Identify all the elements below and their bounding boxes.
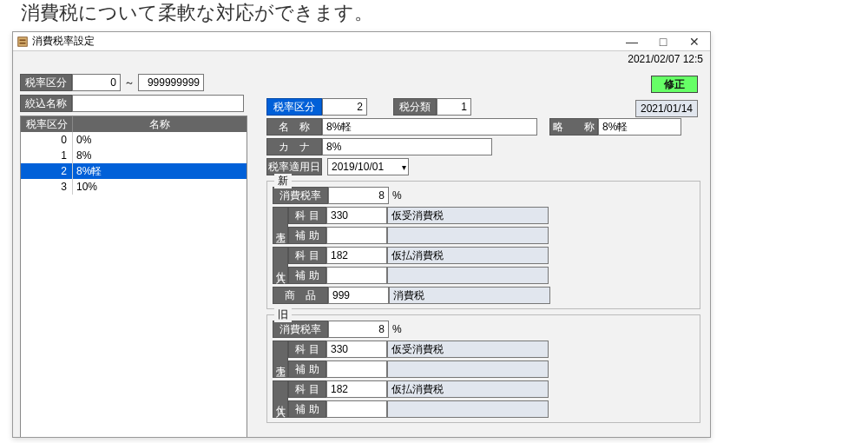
filter-id-label: 税率区分 bbox=[20, 74, 72, 91]
filter-from-input[interactable]: 0 bbox=[72, 74, 121, 91]
svg-rect-2 bbox=[20, 42, 26, 43]
old-purch-aux-name bbox=[387, 400, 549, 418]
list-row[interactable]: 3 10% bbox=[21, 179, 247, 195]
list-row[interactable]: 0 0% bbox=[21, 132, 247, 148]
maximize-button[interactable]: □ bbox=[648, 32, 679, 51]
new-item-input[interactable]: 999 bbox=[328, 287, 389, 304]
old-sales-subj-name: 仮受消費税 bbox=[387, 341, 549, 358]
detail-pane: 税率区分 2 税分類 1 名 称 8%軽 略 称 8%軽 カ ナ 8% 税率適用… bbox=[266, 98, 700, 423]
new-sales-aux-input[interactable] bbox=[326, 227, 387, 244]
filter-to-input[interactable]: 999999999 bbox=[138, 74, 204, 91]
detail-kana-input[interactable]: 8% bbox=[322, 138, 492, 155]
page-context-text: 消費税について柔軟な対応ができます。 bbox=[0, 0, 868, 33]
aux-label: 補 助 bbox=[288, 267, 326, 284]
group-old-title: 旧 bbox=[274, 307, 292, 322]
new-purch-aux-input[interactable] bbox=[326, 267, 387, 284]
detail-name-input[interactable]: 8%軽 bbox=[322, 118, 537, 136]
aux-label: 補 助 bbox=[288, 400, 326, 418]
new-item-name: 消費税 bbox=[389, 287, 550, 304]
sales-vert-label: 売上 bbox=[273, 341, 288, 378]
pct-label: % bbox=[392, 323, 402, 335]
new-purch-aux-name bbox=[387, 267, 549, 284]
old-purch-subj-name: 仮払消費税 bbox=[387, 380, 549, 398]
filter-name-input[interactable] bbox=[72, 95, 244, 112]
new-sales-subj-input[interactable]: 330 bbox=[326, 207, 387, 224]
subj-label: 科 目 bbox=[288, 341, 326, 358]
close-button[interactable]: ✕ bbox=[679, 32, 710, 51]
old-purch-subj-input[interactable]: 182 bbox=[326, 380, 387, 398]
new-purch-subj-input[interactable]: 182 bbox=[326, 247, 387, 264]
old-sales-aux-name bbox=[387, 360, 549, 378]
window-title: 消費税率設定 bbox=[32, 34, 95, 49]
edit-button[interactable]: 修正 bbox=[651, 76, 698, 93]
old-sales-subj-input[interactable]: 330 bbox=[326, 341, 387, 358]
detail-class-label: 税分類 bbox=[393, 98, 437, 116]
detail-abbr-label: 略 称 bbox=[549, 118, 598, 136]
subj-label: 科 目 bbox=[288, 380, 326, 398]
purch-vert-label: 仕入 bbox=[273, 247, 288, 284]
old-purch-aux-input[interactable] bbox=[326, 400, 387, 418]
group-new-title: 新 bbox=[274, 174, 292, 188]
old-rate-input[interactable]: 8 bbox=[328, 321, 389, 338]
apply-date-label: 税率適用日 bbox=[266, 158, 322, 175]
new-purch-subj-name: 仮払消費税 bbox=[387, 247, 549, 264]
purch-vert-label: 仕入 bbox=[273, 380, 288, 418]
old-rate-label: 消費税率 bbox=[273, 321, 328, 338]
chevron-down-icon: ▾ bbox=[402, 162, 406, 172]
apply-date-combo[interactable]: 2019/10/01 ▾ bbox=[327, 158, 409, 175]
new-rate-input[interactable]: 8 bbox=[328, 187, 389, 204]
minimize-button[interactable]: — bbox=[616, 32, 648, 51]
col-name-header: 名称 bbox=[73, 116, 247, 132]
new-rate-label: 消費税率 bbox=[273, 187, 328, 204]
subj-label: 科 目 bbox=[288, 247, 326, 264]
detail-id-input[interactable]: 2 bbox=[322, 98, 367, 116]
rate-list: 税率区分 名称 0 0% 1 8% 2 8%軽 3 10% bbox=[20, 116, 247, 438]
title-bar: 消費税率設定 — □ ✕ bbox=[13, 32, 710, 51]
filter-name-label: 絞込名称 bbox=[20, 95, 72, 112]
system-datetime: 2021/02/07 12:5 bbox=[628, 53, 703, 65]
aux-label: 補 助 bbox=[288, 360, 326, 378]
detail-name-label: 名 称 bbox=[266, 118, 322, 136]
range-tilde: ～ bbox=[124, 76, 135, 90]
item-label: 商 品 bbox=[273, 287, 328, 304]
new-sales-subj-name: 仮受消費税 bbox=[387, 207, 549, 224]
detail-id-label: 税率区分 bbox=[266, 98, 322, 116]
svg-rect-0 bbox=[18, 36, 28, 46]
list-header: 税率区分 名称 bbox=[21, 116, 247, 132]
new-sales-aux-name bbox=[387, 227, 549, 244]
detail-class-input[interactable]: 1 bbox=[437, 98, 471, 116]
group-old: 旧 消費税率 8 % 売上 科 目 330 仮受消費税 bbox=[266, 314, 700, 423]
app-window: 消費税率設定 — □ ✕ 2021/02/07 12:5 修正 税率区分 0 ～… bbox=[12, 31, 711, 438]
old-sales-aux-input[interactable] bbox=[326, 360, 387, 378]
list-row[interactable]: 1 8% bbox=[21, 148, 247, 163]
left-pane: 税率区分 0 ～ 999999999 絞込名称 税率区分 名称 0 0% bbox=[20, 74, 247, 438]
detail-kana-label: カ ナ bbox=[266, 138, 322, 155]
aux-label: 補 助 bbox=[288, 227, 326, 244]
subj-label: 科 目 bbox=[288, 207, 326, 224]
app-icon bbox=[16, 36, 29, 48]
pct-label: % bbox=[392, 189, 402, 202]
svg-rect-1 bbox=[20, 39, 26, 41]
window-content: 2021/02/07 12:5 修正 税率区分 0 ～ 999999999 絞込… bbox=[13, 51, 710, 437]
sales-vert-label: 売上 bbox=[273, 207, 288, 244]
col-id-header: 税率区分 bbox=[21, 116, 73, 132]
group-new: 新 消費税率 8 % 売上 科 目 330 仮受消費税 bbox=[266, 181, 700, 309]
detail-abbr-input[interactable]: 8%軽 bbox=[598, 118, 681, 136]
list-row[interactable]: 2 8%軽 bbox=[21, 163, 247, 179]
